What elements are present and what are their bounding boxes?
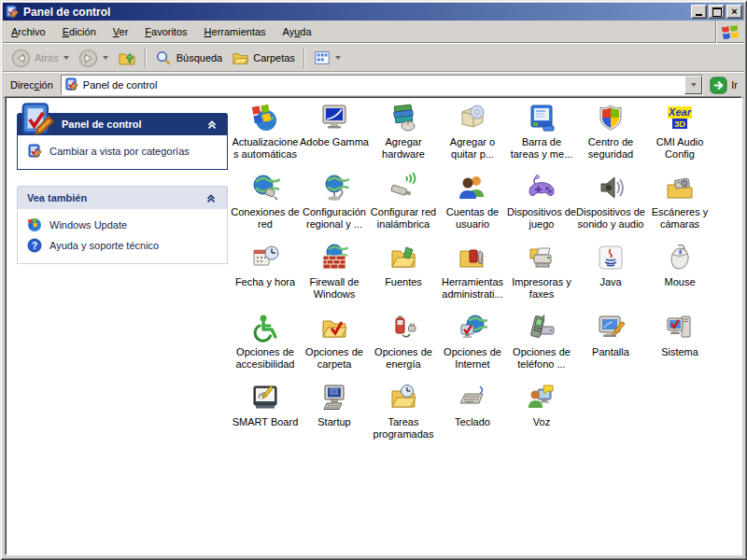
- item-system[interactable]: Sistema: [645, 310, 714, 380]
- item-label: Firewall deWindows: [309, 276, 359, 300]
- minimize-button[interactable]: [691, 5, 707, 19]
- address-input[interactable]: Panel de control: [61, 75, 703, 95]
- maximize-button[interactable]: [709, 5, 725, 19]
- item-fonts[interactable]: Fuentes: [369, 240, 438, 310]
- item-mouse[interactable]: Mouse: [645, 240, 714, 310]
- security-icon: [596, 103, 626, 133]
- search-button[interactable]: Búsqueda: [150, 48, 228, 69]
- item-power[interactable]: Opciones deenergía: [369, 310, 438, 380]
- close-button[interactable]: ×: [726, 5, 742, 19]
- item-users[interactable]: Cuentas deusuario: [438, 170, 507, 240]
- menu-ayuda[interactable]: Ayuda: [275, 24, 320, 39]
- window-title: Panel de control: [23, 6, 691, 19]
- item-accessibility[interactable]: Opciones deaccesibilidad: [231, 310, 300, 380]
- address-dropdown-button[interactable]: [684, 76, 702, 94]
- internet-icon: [458, 313, 487, 343]
- item-label: Actualizaciones automáticas: [233, 136, 299, 160]
- item-internet[interactable]: Opciones deInternet: [438, 310, 507, 380]
- up-button[interactable]: [113, 47, 141, 69]
- go-button[interactable]: Ir: [707, 77, 740, 94]
- item-java[interactable]: Java: [576, 240, 645, 310]
- task-help[interactable]: ?Ayuda y soporte técnico: [25, 235, 219, 256]
- item-label: Voz: [533, 416, 550, 428]
- windows-logo-icon: [715, 21, 744, 43]
- scanners-icon: [665, 173, 695, 203]
- add-hardware-icon: [388, 103, 418, 133]
- task-cpl-small[interactable]: Cambiar a vista por categorías: [25, 141, 219, 161]
- item-regional[interactable]: Configuraciónregional y ...: [300, 170, 369, 240]
- forward-button[interactable]: [74, 47, 113, 70]
- item-label: Centro deseguridad: [588, 136, 633, 160]
- panel-de-control-box: Panel de control Cambiar a vista por cat…: [17, 113, 228, 170]
- item-auto-updates[interactable]: Actualizaciones automáticas: [231, 100, 300, 170]
- search-icon: [155, 49, 173, 67]
- svg-text:Xear: Xear: [668, 106, 692, 118]
- item-add-hardware[interactable]: Agregarhardware: [369, 100, 438, 170]
- admin-tools-icon: [458, 243, 487, 273]
- item-label: Configurar redinalámbrica: [371, 206, 436, 230]
- item-adobe-gamma[interactable]: Adobe Gamma: [300, 100, 369, 170]
- item-startup[interactable]: Startup: [300, 380, 369, 450]
- menu-bar: ArchivoEdiciónVerFavoritosHerramientasAy…: [3, 21, 744, 44]
- forward-dropdown-icon[interactable]: [103, 56, 108, 60]
- sidebar: Panel de control Cambiar a vista por cat…: [17, 97, 228, 264]
- item-label: Escáneres ycámaras: [652, 206, 709, 230]
- item-datetime[interactable]: Fecha y hora: [231, 240, 300, 310]
- accessibility-icon: [250, 313, 280, 343]
- item-sched-tasks[interactable]: Tareasprogramadas: [369, 380, 438, 450]
- svg-text:3D: 3D: [674, 119, 685, 129]
- menu-ver[interactable]: Ver: [105, 24, 137, 39]
- minimize-icon: [696, 14, 702, 16]
- address-bar: Dirección Panel de control Ir: [3, 73, 744, 98]
- item-label: Opciones deaccesibilidad: [236, 346, 295, 370]
- views-icon: [314, 49, 331, 66]
- views-dropdown-icon[interactable]: [335, 56, 341, 60]
- panel-box-body: Cambiar a vista por categorías: [17, 135, 228, 170]
- item-label: Sistema: [661, 346, 698, 358]
- control-panel-icon: [64, 77, 79, 92]
- item-add-remove[interactable]: Agregar oquitar p...: [438, 100, 507, 170]
- item-label: Fecha y hora: [235, 276, 295, 288]
- back-dropdown-icon[interactable]: [63, 56, 69, 60]
- add-remove-icon: [458, 103, 487, 133]
- sound-icon: [596, 173, 626, 203]
- item-folder-options[interactable]: Opciones decarpeta: [300, 310, 369, 380]
- item-smartboard[interactable]: SMART Board: [231, 380, 300, 450]
- item-gamepad[interactable]: Dispositivos dejuego: [507, 170, 576, 240]
- item-printers[interactable]: Impresoras yfaxes: [507, 240, 576, 310]
- item-firewall[interactable]: Firewall deWindows: [300, 240, 369, 310]
- see-also-body: Windows Update?Ayuda y soporte técnico: [17, 209, 228, 264]
- back-button[interactable]: Atrás: [7, 47, 74, 70]
- menu-archivo[interactable]: Archivo: [3, 24, 54, 39]
- item-label: Teclado: [455, 416, 490, 428]
- search-label: Búsqueda: [176, 52, 223, 63]
- chevron-up-icon[interactable]: [204, 191, 218, 204]
- title-bar[interactable]: Panel de control ×: [3, 3, 744, 21]
- item-xear[interactable]: Xear3DCMI AudioConfig: [645, 100, 714, 170]
- menu-herramientas[interactable]: Herramientas: [196, 24, 275, 39]
- item-taskbar[interactable]: Barra detareas y me...: [507, 100, 576, 170]
- item-voice[interactable]: Voz: [507, 380, 576, 450]
- phone-icon: [527, 313, 557, 343]
- item-keyboard[interactable]: Teclado: [438, 380, 507, 450]
- see-also-header[interactable]: Vea también: [17, 186, 228, 209]
- task-windows-update[interactable]: Windows Update: [25, 215, 219, 235]
- control-panel-icon: [5, 5, 20, 20]
- voice-icon: [527, 383, 557, 413]
- item-admin-tools[interactable]: Herramientasadministrati...: [438, 240, 507, 310]
- item-sound[interactable]: Dispositivos desonido y audio: [576, 170, 645, 240]
- window: Panel de control × ArchivoEdiciónVerFavo…: [0, 0, 747, 560]
- maximize-icon: [712, 7, 722, 17]
- item-security[interactable]: Centro deseguridad: [576, 100, 645, 170]
- item-phone[interactable]: Opciones deteléfono ...: [507, 310, 576, 380]
- network-icon: [250, 173, 280, 203]
- folders-button[interactable]: Carpetas: [227, 48, 300, 69]
- item-display[interactable]: Pantalla: [576, 310, 645, 380]
- menu-favoritos[interactable]: Favoritos: [136, 24, 195, 39]
- item-network[interactable]: Conexiones dered: [231, 170, 300, 240]
- views-button[interactable]: [309, 48, 345, 68]
- item-scanners[interactable]: Escáneres ycámaras: [645, 170, 714, 240]
- chevron-up-icon[interactable]: [205, 118, 218, 131]
- menu-edicion[interactable]: Edición: [54, 24, 105, 39]
- item-wireless[interactable]: Configurar redinalámbrica: [369, 170, 438, 240]
